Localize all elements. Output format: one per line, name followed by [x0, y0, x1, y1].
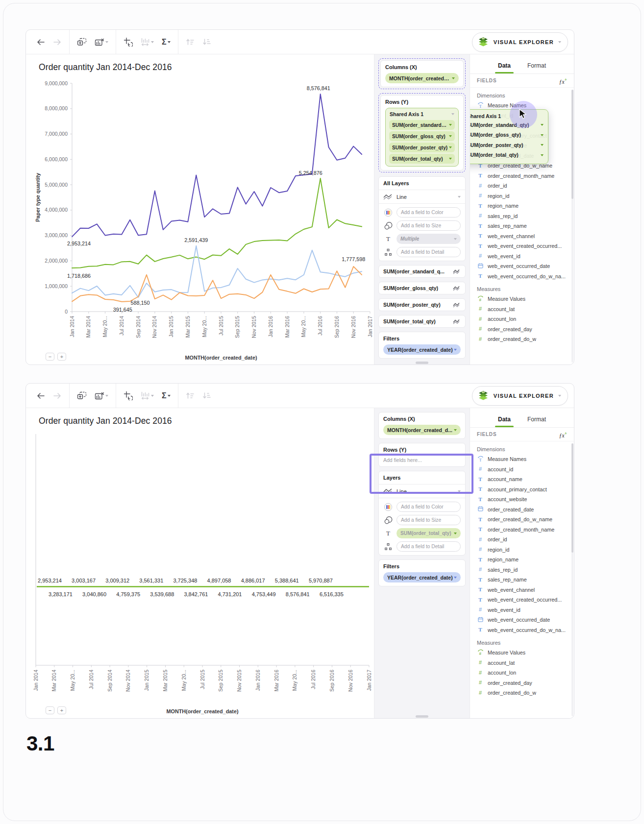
field-item[interactable]: Torder_created_month_name [477, 171, 571, 181]
sort-ascending-button[interactable] [183, 390, 197, 401]
tab-data[interactable]: Data [498, 416, 511, 427]
mark-type-dropdown[interactable]: Line [383, 488, 461, 494]
swap-axes-button[interactable] [121, 389, 135, 402]
field-item[interactable]: #web_event_id [477, 251, 571, 262]
remove-chart-button[interactable] [92, 390, 111, 402]
row-field-pill[interactable]: SUM(order_standard_qty) [389, 120, 455, 130]
field-item[interactable]: #order_id [477, 181, 571, 191]
filter-pill[interactable]: YEAR(order_created_date) [383, 344, 461, 355]
layer-item[interactable]: SUM(order_total_qty) [378, 315, 466, 328]
field-item[interactable]: #sales_rep_id [477, 211, 571, 221]
field-item[interactable]: #web_event_id [477, 605, 571, 615]
flat-line-chart[interactable]: Jan 2014Mar 2014May 20...Jul 2014Sep 201… [33, 428, 379, 719]
sort-descending-button[interactable] [200, 390, 214, 401]
detail-field-slot[interactable]: Add a field to Detail [396, 247, 461, 257]
field-item[interactable]: #order_created_day [477, 678, 571, 688]
row-field-pill[interactable]: SUM(order_total_qty) [389, 154, 455, 164]
visual-explorer-button[interactable]: VISUAL EXPLORER [472, 32, 568, 52]
tab-data[interactable]: Data [498, 62, 511, 73]
field-item[interactable]: Taccount_primary_contact [477, 485, 571, 495]
back-button[interactable] [34, 37, 48, 48]
visual-explorer-button[interactable]: VISUAL EXPLORER [472, 386, 568, 406]
columns-field-pill[interactable]: MONTH(order_created_d... [383, 425, 461, 435]
field-item[interactable]: Tregion_name [477, 555, 571, 565]
duplicate-chart-button[interactable] [74, 36, 89, 48]
field-item[interactable]: Tweb_event_channel [477, 231, 571, 242]
layer-item[interactable]: SUM(order_standard_q... [378, 265, 466, 278]
chart-type-button[interactable] [138, 389, 156, 402]
tab-format[interactable]: Format [527, 62, 546, 73]
zoom-in-button[interactable]: + [57, 706, 66, 714]
chart-type-button[interactable] [138, 36, 156, 48]
formula-add-icon[interactable]: ƒx+ [559, 431, 567, 438]
field-item[interactable]: Tsales_rep_name [477, 221, 571, 231]
size-field-slot[interactable]: Add a field to Size [396, 220, 461, 231]
forward-button[interactable] [50, 37, 64, 48]
field-item[interactable]: #account_lat [477, 658, 571, 668]
horizontal-scrollbar[interactable] [416, 362, 428, 364]
size-field-slot[interactable]: Add a field to Size [396, 515, 461, 525]
field-item[interactable]: Tweb_event_occurred_do_w_na... [477, 271, 571, 282]
field-item[interactable]: #account_lon [477, 314, 571, 324]
field-item[interactable]: #account_lat [477, 304, 571, 315]
field-item[interactable]: Taccount_website [477, 494, 571, 505]
row-field-pill[interactable]: SUM(order_poster_qty) [389, 143, 455, 152]
field-item[interactable]: Tweb_event_channel [477, 585, 571, 595]
field-item[interactable]: #account_lon [477, 668, 571, 678]
field-item[interactable]: #order_created_do_w [477, 688, 571, 698]
color-field-slot[interactable]: Add a field to Color [396, 207, 461, 218]
field-item[interactable]: #order_id [477, 534, 571, 545]
aggregate-button[interactable]: Σ [159, 36, 173, 48]
layer-item[interactable]: SUM(order_poster_qty) [378, 298, 466, 311]
fields-scrollbar[interactable] [571, 90, 573, 363]
field-item[interactable]: Taccount_name [477, 474, 571, 485]
horizontal-scrollbar[interactable] [416, 715, 428, 718]
field-item[interactable]: #region_id [477, 545, 571, 555]
columns-field-pill[interactable]: MONTH(order_created_d... [385, 73, 459, 83]
field-item[interactable]: #Measure Values [477, 648, 571, 658]
filter-pill[interactable]: YEAR(order_created_date) [383, 572, 461, 582]
field-item[interactable]: order_created_date [477, 505, 571, 515]
field-item[interactable]: Tweb_event_created_occurred... [477, 241, 571, 251]
field-item[interactable]: #sales_rep_id [477, 565, 571, 575]
remove-chart-button[interactable] [92, 36, 111, 48]
mark-type-dropdown[interactable]: Line [383, 194, 461, 200]
zoom-out-button[interactable]: − [46, 353, 54, 361]
color-field-slot[interactable]: Add a field to Color [396, 502, 461, 512]
field-item[interactable]: #order_created_do_w [477, 334, 571, 344]
swap-axes-button[interactable] [121, 35, 135, 48]
duplicate-chart-button[interactable] [74, 389, 89, 402]
layer-item[interactable]: SUM(order_gloss_qty) [378, 282, 466, 294]
field-item[interactable]: Tsales_rep_name [477, 575, 571, 585]
line-chart[interactable]: 01,000,0002,000,0003,000,0004,000,0005,0… [33, 74, 379, 365]
aggregate-button[interactable]: Σ [159, 390, 173, 402]
sort-descending-button[interactable] [200, 36, 214, 48]
field-item[interactable]: TMeasure Names [477, 454, 571, 464]
field-item[interactable]: #Measure Values [477, 294, 571, 304]
sort-ascending-button[interactable] [183, 36, 197, 48]
formula-add-icon[interactable]: ƒx+ [559, 77, 567, 85]
field-item[interactable]: web_event_occurred_date [477, 615, 571, 625]
field-item[interactable]: Tregion_name [477, 201, 571, 211]
text-field-slot[interactable]: SUM(order_total_qty) [396, 528, 461, 538]
shared-axis-group[interactable]: Shared Axis 1 SUM(order_standard_qty)SUM… [385, 108, 459, 167]
row-field-pill[interactable]: SUM(order_gloss_qty) [389, 131, 455, 141]
field-item[interactable]: #region_id [477, 191, 571, 201]
zoom-out-button[interactable]: − [46, 706, 54, 714]
back-button[interactable] [34, 390, 48, 401]
zoom-in-button[interactable]: + [57, 353, 66, 361]
field-item[interactable]: Tweb_event_occurred_do_w_na... [477, 625, 571, 635]
text-field-slot[interactable]: Multiple [396, 234, 461, 244]
detail-field-slot[interactable]: Add a field to Detail [396, 541, 461, 552]
field-item[interactable]: #account_id [477, 464, 571, 475]
field-item[interactable]: Torder_created_month_name [477, 525, 571, 535]
fields-scrollbar[interactable] [571, 443, 573, 716]
forward-button[interactable] [50, 390, 64, 401]
field-item[interactable]: #order_created_day [477, 324, 571, 335]
field-item[interactable]: Torder_created_do_w_name [477, 514, 571, 525]
field-item[interactable]: web_event_occurred_date [477, 261, 571, 271]
tab-format[interactable]: Format [527, 416, 546, 427]
svg-text:4,759,375: 4,759,375 [116, 591, 140, 597]
field-item[interactable]: Tweb_event_created_occurred... [477, 595, 571, 605]
rows-placeholder[interactable]: Add fields here... [383, 457, 461, 463]
